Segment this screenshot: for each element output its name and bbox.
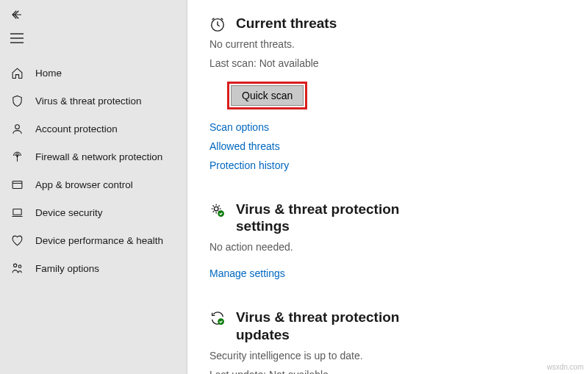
home-icon [10, 66, 24, 79]
sidebar-item-label: Account protection [35, 123, 118, 134]
sync-check-icon [209, 310, 226, 326]
antenna-icon [10, 150, 24, 163]
svg-point-10 [13, 264, 16, 267]
sidebar-item-label: Device security [35, 207, 103, 218]
window-icon [10, 178, 24, 191]
laptop-icon [10, 206, 24, 219]
no-threats-text: No current threats. [209, 37, 588, 51]
allowed-threats-link[interactable]: Allowed threats [209, 140, 588, 152]
section-current-threats: Current threats No current threats. Last… [209, 15, 588, 171]
section-protection-updates: Virus & threat protection updates Securi… [209, 309, 588, 374]
nav-list: Home Virus & threat protection Account p… [0, 59, 187, 282]
sidebar-item-label: Virus & threat protection [35, 96, 142, 107]
sidebar-item-home[interactable]: Home [0, 59, 187, 87]
sidebar-item-account-protection[interactable]: Account protection [0, 115, 187, 143]
current-threats-title: Current threats [236, 15, 337, 32]
sidebar-item-label: Firewall & network protection [35, 151, 162, 162]
gear-shield-icon [209, 202, 226, 218]
sidebar-item-label: App & browser control [35, 179, 133, 190]
hamburger-icon [10, 33, 24, 43]
quick-scan-button[interactable]: Quick scan [231, 85, 304, 106]
protection-updates-title: Virus & threat protection updates [236, 309, 442, 344]
settings-status-text: No action needed. [209, 240, 588, 254]
sidebar-item-label: Device performance & health [35, 235, 163, 246]
clock-threat-icon [209, 16, 226, 32]
svg-point-13 [214, 206, 218, 211]
manage-settings-link[interactable]: Manage settings [209, 267, 588, 279]
svg-rect-8 [12, 209, 21, 215]
back-arrow-icon [10, 8, 24, 21]
sidebar-item-virus-protection[interactable]: Virus & threat protection [0, 87, 187, 115]
section-protection-settings: Virus & threat protection settings No ac… [209, 201, 588, 280]
updates-status-text: Security intelligence is up to date. [209, 348, 588, 363]
back-button[interactable] [10, 7, 25, 22]
person-icon [10, 122, 24, 135]
sidebar: Home Virus & threat protection Account p… [0, 0, 187, 374]
sidebar-item-label: Family options [35, 263, 99, 274]
svg-point-3 [15, 124, 19, 129]
sidebar-item-device-security[interactable]: Device security [0, 198, 187, 226]
sidebar-item-firewall[interactable]: Firewall & network protection [0, 143, 187, 170]
last-scan-text: Last scan: Not available [209, 56, 588, 71]
sidebar-item-app-browser[interactable]: App & browser control [0, 170, 187, 198]
family-icon [10, 262, 24, 275]
heart-icon [10, 234, 24, 247]
last-update-text: Last update: Not available [209, 367, 588, 374]
sidebar-item-label: Home [35, 68, 62, 79]
sidebar-item-device-performance[interactable]: Device performance & health [0, 226, 187, 254]
menu-button[interactable] [10, 31, 25, 46]
quick-scan-highlight: Quick scan [227, 82, 307, 109]
svg-point-11 [18, 265, 21, 267]
scan-options-link[interactable]: Scan options [209, 121, 588, 133]
main-content: Current threats No current threats. Last… [187, 0, 588, 374]
svg-rect-6 [12, 181, 22, 188]
sidebar-item-family-options[interactable]: Family options [0, 254, 187, 282]
watermark: wsxdn.com [547, 363, 584, 371]
protection-settings-title: Virus & threat protection settings [236, 201, 442, 236]
shield-icon [10, 94, 24, 107]
protection-history-link[interactable]: Protection history [209, 159, 588, 171]
